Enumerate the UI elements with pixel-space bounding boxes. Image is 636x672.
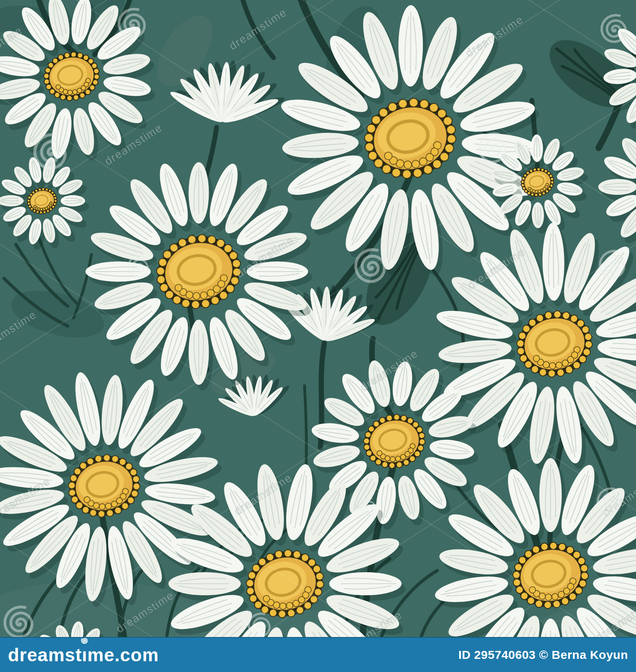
watermark-bar: dreamstıme.com ID 295740603 © Berna Koyu… [0,637,636,672]
daisy-pattern-illustration: dreamstimedreamstimedreamstimedreamstime… [0,0,636,637]
logo-text-part2: me.com [87,646,159,664]
stock-photo-preview: dreamstimedreamstimedreamstimedreamstime… [0,0,636,672]
logo-letter-i: ı [82,646,87,664]
spiral-icon [80,636,89,645]
image-id-credit: ID 295740603 © Berna Koyun [458,648,628,662]
dreamstime-logo: dreamstıme.com [8,646,159,664]
logo-text-part1: dreamst [8,646,82,664]
